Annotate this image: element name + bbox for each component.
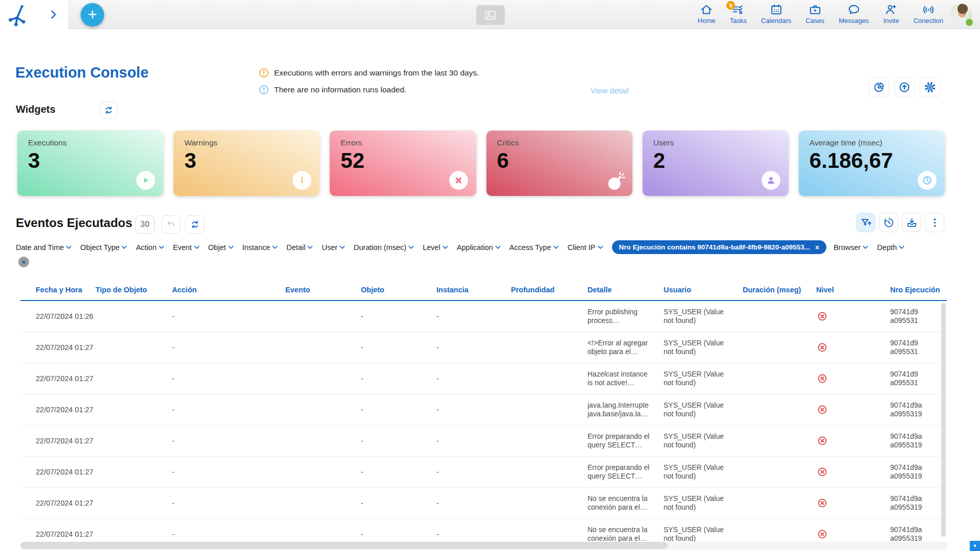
column-header[interactable]: Detalle <box>587 286 664 294</box>
table-row[interactable]: 22/07/2024 01:26 - - - Error publishingp… <box>20 301 947 332</box>
card-value: 6 <box>497 149 622 172</box>
horizontal-scrollbar-track[interactable] <box>20 542 948 549</box>
filter-detail[interactable]: Detail <box>286 243 313 252</box>
view-detail-link[interactable]: View detail <box>591 86 629 95</box>
chart-view-button[interactable] <box>869 77 889 97</box>
widgets-refresh-button[interactable] <box>100 102 117 119</box>
refresh-icon <box>104 105 114 115</box>
filter-client-ip[interactable]: Client IP <box>568 243 603 252</box>
filter-depth[interactable]: Depth <box>877 243 904 252</box>
column-header[interactable]: Profundidad <box>511 286 587 294</box>
chevron-down-icon <box>408 245 414 249</box>
kebab-menu-icon <box>929 217 941 229</box>
settings-button[interactable] <box>920 77 940 97</box>
card-critics[interactable]: Critics 6 <box>486 131 632 196</box>
history-button[interactable] <box>879 213 898 232</box>
app-logo-icon[interactable] <box>7 4 30 26</box>
clock-icon <box>918 171 937 190</box>
horizontal-scrollbar-thumb[interactable] <box>20 542 668 549</box>
briefcase-icon <box>808 3 822 16</box>
nav-item-tasks[interactable]: 9 Tasks <box>730 3 747 24</box>
card-users[interactable]: Users 2 <box>643 131 789 196</box>
filter-application[interactable]: Application <box>457 243 501 252</box>
table-row[interactable]: 22/07/2024 01:27 - - - <!>Error al agreg… <box>20 332 947 363</box>
column-header[interactable]: Evento <box>285 286 361 294</box>
nav-label: Cases <box>805 17 824 24</box>
nav-item-conection[interactable]: Conection <box>913 3 943 24</box>
chevron-down-icon <box>495 245 501 249</box>
nav-item-cases[interactable]: Cases <box>805 3 824 24</box>
nav-label: Tasks <box>730 17 747 24</box>
nav-item-messages[interactable]: Messages <box>839 3 869 24</box>
expand-sidebar-icon[interactable] <box>51 10 57 19</box>
column-header[interactable]: Fecha y Hora <box>20 286 95 294</box>
column-header[interactable]: Usuario <box>664 286 743 294</box>
error-level-icon <box>816 373 890 384</box>
pie-chart-icon <box>873 81 885 93</box>
table-vertical-scrollbar[interactable] <box>941 303 946 537</box>
column-header[interactable]: Objeto <box>361 286 436 294</box>
active-filter-chip[interactable]: Nro Ejecución contains 90741d9a-ba8f-4fb… <box>612 240 827 254</box>
info-messages: Executions with errors and warnings from… <box>259 68 479 95</box>
filter-date-and-time[interactable]: Date and Time <box>16 243 71 252</box>
card-average-time[interactable]: Average time (msec) 6.186,67 <box>799 131 945 196</box>
filter-object-type[interactable]: Object Type <box>80 243 127 252</box>
signal-icon <box>922 3 935 16</box>
filter-action[interactable]: Action <box>136 243 164 252</box>
events-refresh-button[interactable] <box>185 215 204 234</box>
image-placeholder-icon <box>476 5 505 25</box>
header-actions <box>869 77 940 97</box>
home-icon <box>700 3 713 16</box>
chevron-down-icon <box>159 245 164 249</box>
filter-duration[interactable]: Duration (msec) <box>354 243 414 252</box>
filter-user[interactable]: User <box>322 243 345 252</box>
table-row[interactable]: 22/07/2024 01:27 - - - Error preparando … <box>20 457 947 488</box>
avatar[interactable] <box>950 4 972 26</box>
card-executions[interactable]: Executions 3 <box>17 131 163 196</box>
chevron-down-icon <box>863 245 868 249</box>
undo-button[interactable] <box>161 215 180 234</box>
column-header[interactable]: Acción <box>172 286 285 294</box>
column-header[interactable]: Duración (mseg) <box>743 286 816 294</box>
clear-filters-button[interactable]: × <box>18 257 29 267</box>
filter-browser[interactable]: Browser <box>834 243 868 252</box>
add-new-button[interactable]: + <box>81 3 104 27</box>
warning-message-text: Executions with errors and warnings from… <box>274 68 479 78</box>
table-row[interactable]: 22/07/2024 01:27 - - - Error preparando … <box>20 425 947 457</box>
column-header[interactable]: Instancia <box>436 286 511 294</box>
user-icon <box>762 171 780 190</box>
table-row[interactable]: 22/07/2024 01:27 - - - java.lang.Interru… <box>20 394 947 425</box>
more-options-button[interactable] <box>925 213 944 232</box>
filter-button[interactable] <box>856 213 875 232</box>
card-warnings[interactable]: Warnings 3 <box>174 131 320 196</box>
column-header[interactable]: Nivel <box>816 286 890 294</box>
scroll-down-button[interactable]: ▼ <box>970 541 980 551</box>
upload-button[interactable] <box>894 77 915 97</box>
chip-close-icon[interactable]: × <box>815 243 819 252</box>
filter-instance[interactable]: Instance <box>242 243 278 252</box>
chevron-down-icon <box>553 245 559 249</box>
filter-level[interactable]: Level <box>423 243 448 252</box>
nav-item-home[interactable]: Home <box>698 3 716 24</box>
events-count-button[interactable]: 30 <box>135 215 155 234</box>
table-row[interactable]: 22/07/2024 01:27 - - - Hazelcast instanc… <box>20 363 947 394</box>
filter-up-icon <box>860 217 872 229</box>
card-errors[interactable]: Errors 52 <box>330 131 476 196</box>
bomb-icon <box>605 171 627 192</box>
column-header[interactable]: Nro Ejecución <box>890 286 947 294</box>
download-icon <box>906 217 918 229</box>
chevron-down-icon <box>339 245 345 249</box>
card-label: Errors <box>340 138 465 147</box>
card-label: Users <box>653 138 778 147</box>
table-row[interactable]: 22/07/2024 01:27 - - - No se encuentra l… <box>20 488 947 519</box>
person-add-icon <box>885 3 898 16</box>
filter-objet[interactable]: Objet <box>208 243 234 252</box>
column-header[interactable]: Tipo de Objeto <box>95 286 172 294</box>
filter-event[interactable]: Event <box>173 243 200 252</box>
download-button[interactable] <box>902 213 921 232</box>
info-message-text: There are no information runs loaded. <box>274 85 406 94</box>
nav-item-calendars[interactable]: Calendars <box>761 3 791 24</box>
nav-item-invite[interactable]: Invite <box>883 3 899 24</box>
error-level-icon <box>816 529 890 539</box>
filter-access-type[interactable]: Access Type <box>509 243 559 252</box>
